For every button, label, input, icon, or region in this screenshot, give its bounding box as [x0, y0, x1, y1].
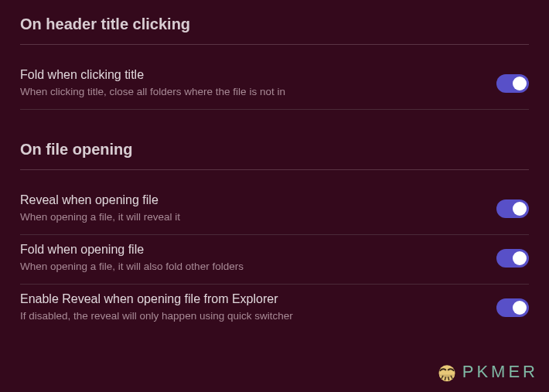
toggle-fold-when-opening-file[interactable] [496, 249, 529, 268]
setting-title: Fold when opening file [20, 243, 481, 257]
section-header-title-clicking: On header title clicking [20, 15, 529, 44]
setting-fold-when-opening-file: Fold when opening file When opening a fi… [20, 235, 529, 285]
watermark: PKMER [436, 361, 538, 383]
section-divider [20, 44, 529, 45]
setting-reveal-when-opening-file: Reveal when opening file When opening a … [20, 186, 529, 235]
svg-line-2 [445, 377, 445, 380]
setting-text: Fold when opening file When opening a fi… [20, 243, 496, 274]
setting-description: If disabled, the reveal will only happen… [20, 309, 481, 324]
setting-enable-reveal-from-explorer: Enable Reveal when opening file from Exp… [20, 285, 529, 333]
setting-fold-when-clicking-title: Fold when clicking title When clicking t… [20, 60, 529, 110]
watermark-icon [436, 361, 458, 383]
toggle-enable-reveal-from-explorer[interactable] [496, 298, 529, 317]
section-divider [20, 169, 529, 170]
setting-title: Reveal when opening file [20, 193, 481, 207]
toggle-knob [513, 202, 527, 216]
setting-description: When clicking title, close all folders w… [20, 85, 481, 100]
setting-text: Enable Reveal when opening file from Exp… [20, 292, 496, 324]
settings-panel: On header title clicking Fold when click… [0, 0, 549, 333]
setting-text: Reveal when opening file When opening a … [20, 193, 496, 225]
toggle-knob [513, 301, 527, 315]
setting-text: Fold when clicking title When clicking t… [20, 68, 496, 100]
setting-title: Fold when clicking title [20, 68, 481, 82]
svg-line-3 [448, 377, 449, 380]
setting-title: Enable Reveal when opening file from Exp… [20, 292, 481, 306]
toggle-reveal-when-opening-file[interactable] [496, 199, 529, 218]
setting-description: When opening a file, it will reveal it [20, 210, 481, 225]
setting-description: When opening a file, it will also fold o… [20, 260, 481, 274]
toggle-fold-when-clicking-title[interactable] [496, 74, 529, 93]
toggle-knob [513, 77, 527, 90]
section-header-file-opening: On file opening [20, 141, 529, 169]
toggle-knob [513, 251, 527, 265]
watermark-text: PKMER [462, 362, 538, 382]
